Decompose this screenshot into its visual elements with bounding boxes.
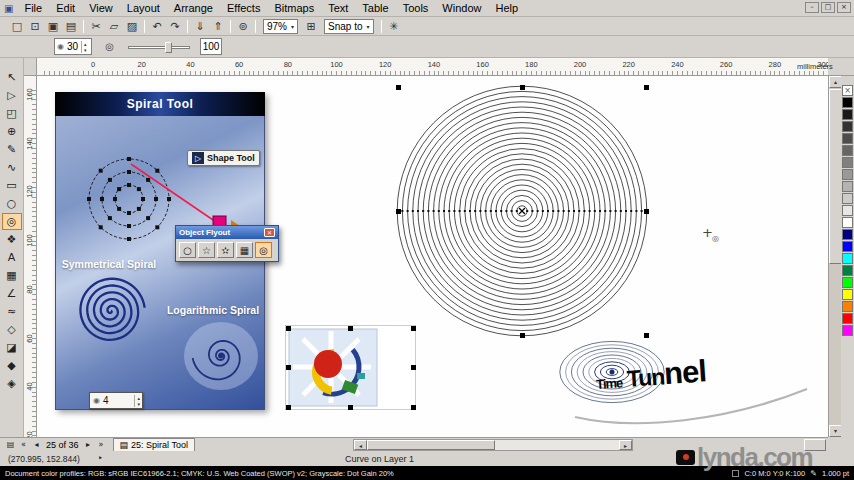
zoom-level-combo[interactable]: 97% ▾ xyxy=(263,19,298,34)
color-swatch[interactable] xyxy=(842,133,853,144)
vertical-ruler[interactable]: 16014012010080604020 xyxy=(24,76,37,437)
color-swatch[interactable] xyxy=(842,253,853,264)
time-tunnel-artwork[interactable]: TimeTunnel xyxy=(557,331,827,437)
undo-button[interactable]: ↶ xyxy=(148,18,166,34)
selection-handle[interactable] xyxy=(396,209,401,214)
minimize-button[interactable]: – xyxy=(805,2,819,13)
cut-button[interactable]: ✂ xyxy=(87,18,105,34)
selection-handle[interactable] xyxy=(348,326,353,331)
selection-handle[interactable] xyxy=(411,405,416,410)
color-swatch[interactable] xyxy=(842,181,853,192)
page-tab[interactable]: ▤ 25: Spiral Tool xyxy=(113,438,195,451)
new-button[interactable]: □ xyxy=(8,18,26,34)
selection-handle[interactable] xyxy=(286,365,291,370)
color-swatch[interactable] xyxy=(842,169,853,180)
snap-icon[interactable]: ⊞ xyxy=(302,18,320,34)
color-swatch[interactable] xyxy=(842,229,853,240)
color-swatch[interactable] xyxy=(842,313,853,324)
vertical-scrollbar[interactable]: ▴ ▾ xyxy=(828,76,841,437)
color-swatch[interactable] xyxy=(842,265,853,276)
spinner-arrows[interactable]: ▴▾ xyxy=(134,395,142,407)
fill-tool[interactable]: ◆ xyxy=(2,357,22,374)
flyout-polygon-button[interactable]: ○ xyxy=(179,242,196,258)
drawing-canvas[interactable]: Spiral Tool ▷ Shape Tool xyxy=(37,76,828,437)
menu-item-help[interactable]: Help xyxy=(488,1,525,15)
open-button[interactable]: ⊡ xyxy=(26,18,44,34)
table-tool[interactable]: ▦ xyxy=(2,267,22,284)
dimension-tool[interactable]: ∠ xyxy=(2,285,22,302)
menu-item-bitmaps[interactable]: Bitmaps xyxy=(267,1,321,15)
menu-item-tools[interactable]: Tools xyxy=(396,1,436,15)
slider-thumb[interactable] xyxy=(165,42,172,53)
page-icon[interactable]: ▤ xyxy=(4,439,17,451)
object-flyout[interactable]: Object Flyout ✕ ○☆✫▦◎ xyxy=(175,225,279,262)
import-button[interactable]: ⇓ xyxy=(191,18,209,34)
eyedropper-tool[interactable]: ◪ xyxy=(2,339,22,356)
spiral-tool[interactable]: ◎ xyxy=(2,213,22,230)
scroll-right-button[interactable]: ▸ xyxy=(619,440,632,450)
selection-handle[interactable] xyxy=(520,85,525,90)
horizontal-scrollbar[interactable]: ◂ ▸ xyxy=(353,439,633,451)
menu-item-layout[interactable]: Layout xyxy=(120,1,167,15)
menu-item-view[interactable]: View xyxy=(82,1,120,15)
maximize-button[interactable]: □ xyxy=(821,2,835,13)
revolutions-spinner[interactable]: ◉ 4 ▴▾ xyxy=(89,392,143,409)
object-flyout-titlebar[interactable]: Object Flyout ✕ xyxy=(176,226,278,239)
color-swatch[interactable] xyxy=(842,97,853,108)
color-swatch[interactable] xyxy=(842,205,853,216)
selection-handle[interactable] xyxy=(520,333,525,338)
first-page-button[interactable]: « xyxy=(17,439,30,451)
basic-shapes-tool[interactable]: ❖ xyxy=(2,231,22,248)
menu-item-table[interactable]: Table xyxy=(355,1,395,15)
shape-tool[interactable]: ▷ xyxy=(2,87,22,104)
previous-page-button[interactable]: ◂ xyxy=(30,439,43,451)
paste-button[interactable]: ▨ xyxy=(123,18,141,34)
expansion-spinner[interactable]: 100 xyxy=(200,38,223,55)
redo-button[interactable]: ↷ xyxy=(166,18,184,34)
ellipse-tool[interactable]: ○ xyxy=(2,195,22,212)
selection-handle[interactable] xyxy=(644,209,649,214)
text-tool[interactable]: A xyxy=(2,249,22,266)
export-button[interactable]: ⇑ xyxy=(209,18,227,34)
selected-spiral-object[interactable] xyxy=(392,81,652,341)
color-swatch[interactable] xyxy=(842,109,853,120)
menu-item-window[interactable]: Window xyxy=(435,1,488,15)
selection-handle[interactable] xyxy=(286,326,291,331)
crop-tool[interactable]: ◰ xyxy=(2,105,22,122)
close-button[interactable]: × xyxy=(837,2,851,13)
selection-handle[interactable] xyxy=(286,405,291,410)
flyout-graph-paper-button[interactable]: ▦ xyxy=(236,242,253,258)
application-launcher-button[interactable]: ⊚ xyxy=(234,18,252,34)
color-swatch[interactable] xyxy=(842,325,853,336)
zoom-tool[interactable]: ⊕ xyxy=(2,123,22,140)
no-color-swatch[interactable]: × xyxy=(842,85,853,96)
artwork-thumbnail[interactable] xyxy=(285,325,416,410)
spiral-revolutions-spinner[interactable]: ◉ 30 ▴▾ xyxy=(54,38,92,55)
spin-down-icon[interactable]: ▾ xyxy=(135,401,142,407)
slider-track[interactable] xyxy=(128,46,190,49)
menu-item-text[interactable]: Text xyxy=(321,1,355,15)
color-swatch[interactable] xyxy=(842,145,853,156)
artistic-media-tool[interactable]: ∿ xyxy=(2,159,22,176)
color-swatch[interactable] xyxy=(842,301,853,312)
color-swatch[interactable] xyxy=(842,217,853,228)
color-swatch[interactable] xyxy=(842,277,853,288)
copy-button[interactable]: ▱ xyxy=(105,18,123,34)
expansion-slider[interactable] xyxy=(128,40,190,54)
menu-item-arrange[interactable]: Arrange xyxy=(167,1,220,15)
pick-tool[interactable]: ↖ xyxy=(2,69,22,86)
print-button[interactable]: ▤ xyxy=(62,18,80,34)
save-button[interactable]: ▣ xyxy=(44,18,62,34)
last-page-button[interactable]: » xyxy=(95,439,108,451)
options-button[interactable]: ✳ xyxy=(385,18,403,34)
color-swatch[interactable] xyxy=(842,193,853,204)
flyout-star-button[interactable]: ☆ xyxy=(198,242,215,258)
flyout-complex-star-button[interactable]: ✫ xyxy=(217,242,234,258)
next-page-button[interactable]: ▸ xyxy=(82,439,95,451)
menu-item-file[interactable]: File xyxy=(17,1,49,15)
color-swatch[interactable] xyxy=(842,241,853,252)
snap-to-combo[interactable]: Snap to ▾ xyxy=(324,19,374,34)
selection-handle[interactable] xyxy=(348,405,353,410)
color-swatch[interactable] xyxy=(842,289,853,300)
close-icon[interactable]: ✕ xyxy=(264,228,275,237)
